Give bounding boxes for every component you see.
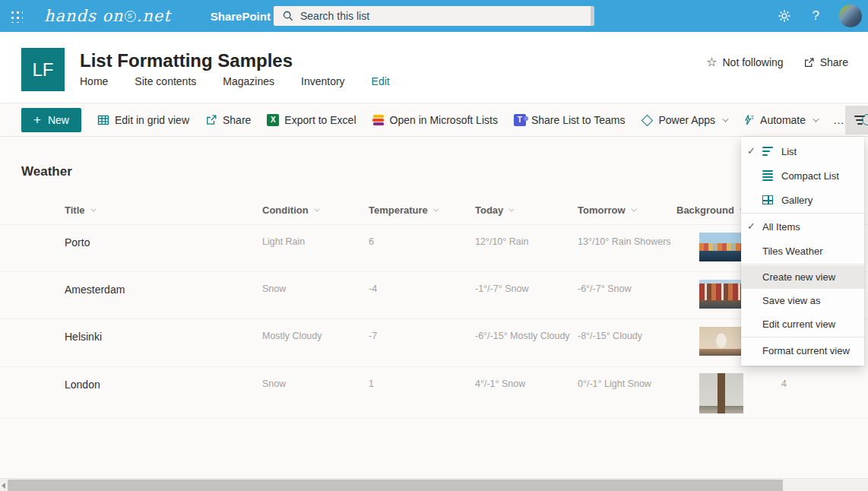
site-logo[interactable]: LF — [21, 48, 65, 91]
menu-item-all-items[interactable]: ✓ All Items — [741, 214, 864, 239]
share-list-label: Share — [223, 114, 251, 126]
settings-button[interactable] — [778, 9, 791, 23]
helsinki-thumbnail-image — [699, 327, 743, 356]
sharepoint-label[interactable]: SharePoint — [211, 10, 271, 23]
cell-temperature: 1 — [369, 367, 475, 418]
edit-grid-view-button[interactable]: Edit in grid view — [97, 114, 189, 126]
help-button[interactable]: ? — [813, 8, 819, 24]
share-list-button[interactable]: Share — [205, 114, 251, 126]
plus-icon: + — [33, 113, 41, 126]
column-header-condition[interactable]: Condition — [262, 204, 369, 216]
menu-item-tiles-weather[interactable]: Tiles Weather — [741, 239, 864, 263]
more-commands-button[interactable]: … — [833, 113, 845, 126]
grid-icon — [97, 114, 109, 126]
new-button[interactable]: + New — [21, 108, 81, 132]
chevron-down-icon — [509, 206, 515, 211]
export-excel-button[interactable]: X Export to Excel — [267, 114, 356, 126]
automate-button[interactable]: Automate — [743, 114, 817, 126]
edit-grid-view-label: Edit in grid view — [115, 114, 189, 126]
check-icon: ✓ — [747, 145, 756, 157]
menu-divider — [741, 337, 864, 337]
export-excel-label: Export to Excel — [284, 114, 356, 126]
site-header: LF List Formatting Samples Home Site con… — [0, 32, 868, 103]
command-bar: + New Edit in grid view Share X Export t… — [0, 103, 868, 137]
follow-button[interactable]: ☆ Not following — [706, 56, 784, 68]
waffle-icon — [10, 10, 23, 23]
chevron-down-icon — [433, 206, 439, 211]
menu-item-format-current-view[interactable]: Format current view — [741, 338, 864, 363]
table-row-helsinki[interactable]: Helsinki Mostly Cloudy -7 -6°/-15° Mostl… — [0, 319, 868, 367]
compact-list-icon — [762, 169, 775, 182]
cell-tomorrow: 13°/10° Rain Showers — [578, 225, 676, 271]
share-icon — [803, 57, 815, 68]
menu-item-compact-list-view[interactable]: Compact List — [741, 163, 864, 188]
help-icon: ? — [813, 8, 819, 23]
nav-edit[interactable]: Edit — [372, 75, 390, 87]
column-header-title[interactable]: Title — [65, 204, 262, 216]
cell-temperature: 6 — [369, 225, 475, 271]
cell-temperature: -7 — [369, 319, 475, 366]
microsoft-lists-icon — [372, 114, 385, 126]
cell-temperature: -4 — [369, 272, 475, 318]
open-microsoft-lists-button[interactable]: Open in Microsoft Lists — [372, 114, 498, 126]
cell-tomorrow: -6°/-7° Snow — [578, 272, 676, 318]
excel-icon: X — [267, 114, 279, 126]
search-input[interactable] — [300, 10, 551, 22]
scrollbar-thumb[interactable] — [8, 480, 783, 491]
table-row-london[interactable]: London Snow 1 4°/-1° Snow 0°/-1° Light S… — [0, 367, 868, 419]
cell-today: 4°/-1° Snow — [475, 367, 578, 418]
star-icon: ☆ — [706, 56, 717, 68]
table-row-amesterdam[interactable]: Amesterdam Snow -4 -1°/-7° Snow -6°/-7° … — [0, 272, 868, 319]
cell-today: 12°/10° Rain — [475, 225, 578, 271]
menu-item-edit-current-view[interactable]: Edit current view — [741, 312, 864, 336]
cell-condition: Light Rain — [262, 225, 369, 271]
details-pane-info-icon[interactable] — [862, 114, 868, 125]
cell-condition: Snow — [262, 272, 369, 318]
scroll-left-arrow-icon[interactable] — [2, 483, 5, 489]
site-title: List Formatting Samples — [80, 50, 293, 71]
app-launcher-button[interactable] — [0, 0, 32, 32]
menu-divider — [741, 213, 864, 214]
nav-magazines[interactable]: Magazines — [223, 75, 274, 87]
column-header-temperature[interactable]: Temperature — [369, 204, 475, 216]
amsterdam-thumbnail-image — [699, 280, 743, 309]
cell-condition: Mostly Cloudy — [262, 319, 369, 366]
user-avatar[interactable] — [839, 5, 862, 27]
horizontal-scrollbar[interactable] — [0, 478, 868, 491]
search-box[interactable] — [274, 6, 594, 26]
chevron-down-icon — [813, 116, 819, 122]
menu-item-gallery-view[interactable]: Gallery — [741, 188, 864, 212]
cell-title: Porto — [65, 225, 262, 271]
automate-label: Automate — [760, 114, 806, 126]
menu-item-list-view[interactable]: ✓ List — [741, 139, 864, 163]
cell-today: -1°/-7° Snow — [475, 272, 578, 318]
menu-item-create-new-view[interactable]: Create new view — [741, 265, 864, 289]
site-logo-initials: LF — [32, 59, 53, 81]
chevron-down-icon — [631, 206, 636, 211]
nav-site-contents[interactable]: Site contents — [135, 75, 196, 87]
chevron-down-icon — [314, 206, 319, 211]
column-header-tomorrow[interactable]: Tomorrow — [578, 204, 676, 216]
new-button-label: New — [48, 114, 69, 126]
table-row-porto[interactable]: Porto Light Rain 6 12°/10° Rain 13°/10° … — [0, 224, 868, 272]
tenant-logo-suffix: .net — [137, 7, 171, 25]
cell-title: London — [65, 367, 262, 418]
cell-tomorrow: -8°/-15° Cloudy — [578, 319, 676, 366]
nav-home[interactable]: Home — [80, 75, 108, 87]
share-icon — [205, 114, 217, 126]
tenant-logo[interactable]: hands onS.net — [44, 7, 171, 25]
menu-item-save-view-as[interactable]: Save view as — [741, 289, 864, 312]
cell-today: -6°/-15° Mostly Cloudy — [475, 319, 578, 366]
london-thumbnail-image — [699, 373, 743, 413]
cell-title: Amesterdam — [65, 272, 262, 318]
gear-icon — [778, 9, 791, 23]
share-to-teams-button[interactable]: T Share List to Teams — [514, 114, 625, 126]
list-title: Weather — [21, 164, 72, 179]
follow-label: Not following — [722, 56, 783, 68]
column-header-today[interactable]: Today — [475, 204, 578, 216]
nav-inventory[interactable]: Inventory — [301, 75, 345, 87]
search-icon — [283, 11, 293, 21]
power-apps-button[interactable]: Power Apps — [641, 114, 727, 126]
site-share-button[interactable]: Share — [803, 56, 848, 68]
site-navigation: Home Site contents Magazines Inventory E… — [80, 75, 390, 87]
